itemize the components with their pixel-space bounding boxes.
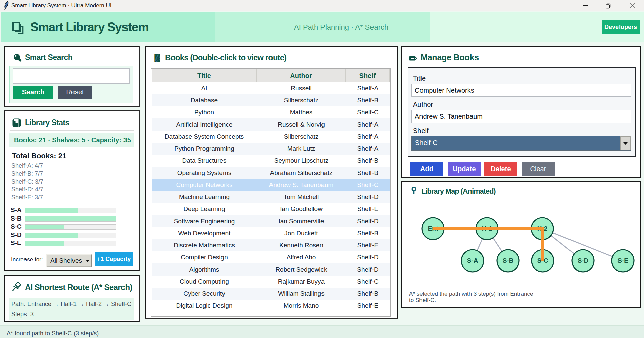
- svg-text:S-A: S-A: [467, 257, 478, 264]
- svg-text:S-D: S-D: [578, 257, 589, 264]
- svg-text:S-E: S-E: [617, 257, 628, 264]
- svg-text:S-B: S-B: [503, 257, 514, 264]
